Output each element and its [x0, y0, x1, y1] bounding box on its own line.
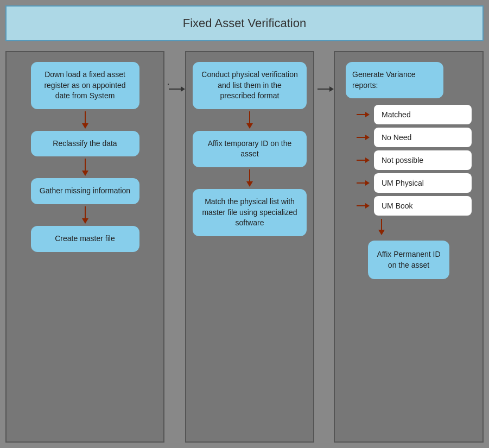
arrow-5	[246, 169, 253, 187]
col3-inner: Generate Variance reports: Matched	[341, 62, 476, 279]
main-content: Down load a fixed asset register as on a…	[0, 46, 489, 448]
option-umbook: UM Book	[374, 196, 472, 216]
page-title: Fixed Asset Verification	[183, 16, 306, 30]
connector-arrow-1-2	[169, 84, 185, 94]
arrow-noneed	[357, 135, 370, 140]
arrow-3	[82, 206, 88, 224]
option-umphysical: UM Physical	[374, 173, 472, 193]
box-gather: Gather missing information	[31, 178, 139, 204]
arrow-1	[82, 111, 88, 129]
arrow-4	[246, 111, 253, 129]
box-reclassify: Reclassify the data	[31, 131, 139, 157]
arrow-2	[82, 159, 88, 176]
option-row-matched: Matched	[357, 105, 472, 124]
svg-marker-3	[329, 86, 334, 92]
arrow-notpossible	[357, 157, 370, 163]
arrow-matched	[357, 112, 370, 117]
h-arrow-1-2	[168, 51, 185, 443]
option-row-notpossible: Not possible	[357, 150, 472, 170]
option-row-noneed: No Need	[357, 128, 472, 147]
arrow-to-affix	[378, 219, 385, 235]
page: Fixed Asset Verification Down load a fix…	[0, 0, 489, 448]
option-row-umbook: UM Book	[357, 196, 472, 216]
connector-arrow-2-3	[317, 84, 334, 94]
box-match: Match the physical list with master file…	[193, 189, 307, 236]
box-download: Down load a fixed asset register as on a…	[31, 62, 139, 109]
arrow-umbook	[357, 203, 370, 209]
arrow-umphysical	[357, 180, 370, 186]
box-affix-temp: Affix temporary ID on the asset	[193, 131, 307, 167]
options-area: Matched No Need Not	[357, 105, 472, 216]
box-master: Create master file	[31, 226, 139, 252]
column-2: Conduct physical verification and list t…	[185, 51, 314, 443]
option-notpossible: Not possible	[374, 150, 472, 170]
variance-box: Generate Variance reports:	[346, 62, 443, 98]
svg-marker-1	[181, 86, 185, 92]
box-conduct: Conduct physical verification and list t…	[193, 62, 307, 109]
h-arrow-2-3	[317, 51, 334, 443]
column-1: Down load a fixed asset register as on a…	[5, 51, 164, 443]
option-matched: Matched	[374, 105, 472, 124]
box-affix-perm: Affix Permanent ID on the asset	[368, 241, 449, 279]
header: Fixed Asset Verification	[5, 5, 484, 41]
column-3: Generate Variance reports: Matched	[334, 51, 484, 443]
option-row-umphysical: UM Physical	[357, 173, 472, 193]
option-noneed: No Need	[374, 128, 472, 147]
